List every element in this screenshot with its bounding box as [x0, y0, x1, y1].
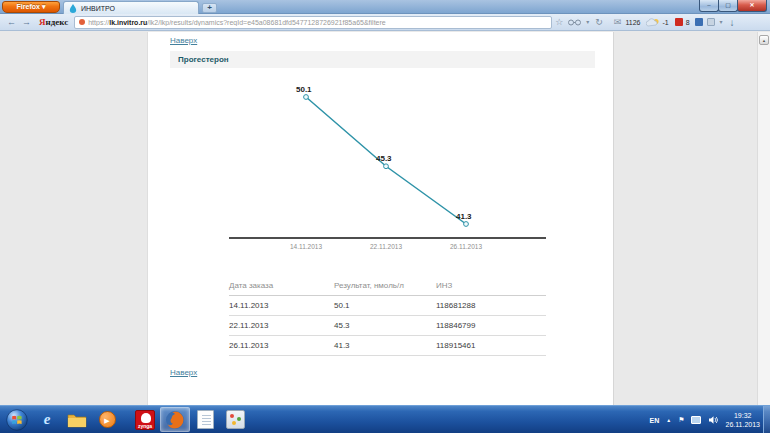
graysquare-extension-icon[interactable] [707, 18, 715, 26]
traffic-badge-count[interactable]: 8 [686, 19, 690, 26]
chart-area: 50.114.11.201345.322.11.201341.326.11.20… [208, 77, 558, 263]
data-point-label: 41.3 [456, 212, 472, 221]
table-row: 26.11.201341.3118915461 [229, 335, 546, 355]
table-cell: 50.1 [334, 295, 436, 315]
firefox-icon [165, 410, 185, 430]
tab-title: ИНВИТРО [81, 5, 115, 12]
results-table: Дата заказаРезультат, нмоль/лИНЗ 14.11.2… [229, 277, 546, 356]
browser-titlebar: Firefox ▾ ИНВИТРО + – ▢ ✕ [0, 0, 770, 14]
x-axis-tick-label: 22.11.2013 [370, 243, 402, 250]
table-cell: 118915461 [436, 335, 546, 355]
url-text: https://lk.invitro.ru/lk2/lkp/results/dy… [88, 19, 386, 26]
data-point-marker [464, 222, 469, 227]
hidden-icons-arrow-icon[interactable]: ▲ [666, 417, 671, 423]
site-favicon-icon [79, 19, 85, 25]
action-center-flag-icon[interactable]: ⚑ [678, 416, 684, 424]
minimize-button[interactable]: – [699, 0, 719, 12]
browser-viewport: Наверх Прогестерон 50.114.11.201345.322.… [0, 32, 770, 405]
window-controls: – ▢ ✕ [700, 0, 767, 12]
show-desktop-button[interactable] [763, 406, 770, 433]
table-header-cell: Результат, нмоль/л [334, 277, 436, 295]
browser-navbar: ← → Яндекс https://lk.invitro.ru/lk2/lkp… [0, 14, 770, 31]
table-cell: 26.11.2013 [229, 335, 334, 355]
section-header: Прогестерон [170, 51, 595, 68]
results-table-body: 14.11.201350.111868128822.11.201345.3118… [229, 295, 546, 355]
vertical-scrollbar[interactable]: ▲ [757, 32, 770, 405]
table-cell: 14.11.2013 [229, 295, 334, 315]
download-icon[interactable]: ↓ [730, 17, 735, 28]
table-row: 22.11.201345.3118846799 [229, 315, 546, 335]
weather-cloud-icon[interactable] [646, 18, 660, 27]
data-point-marker [304, 95, 309, 100]
chevron-down-icon: ▾ [42, 3, 46, 10]
back-icon[interactable]: ← [7, 16, 16, 28]
extension-caret-icon[interactable]: ▾ [720, 16, 723, 29]
network-monitor-icon[interactable] [691, 416, 701, 424]
invitro-drop-icon [69, 4, 77, 13]
mail-counter[interactable]: 1126 [625, 19, 640, 26]
journal-icon [197, 410, 214, 429]
section-title: Прогестерон [178, 55, 229, 64]
x-axis-tick-label: 26.11.2013 [450, 243, 482, 250]
taskbar-item-paint[interactable] [220, 407, 250, 432]
x-axis-tick-label: 14.11.2013 [290, 243, 322, 250]
data-point-label: 50.1 [296, 85, 312, 94]
tab-invitro[interactable]: ИНВИТРО [63, 1, 199, 14]
zynga-icon: zynga [135, 410, 155, 430]
taskbar-icons: e ▶ zynga [2, 407, 250, 432]
desktop-screen: Firefox ▾ ИНВИТРО + – ▢ ✕ ← → Яндекс htt… [0, 0, 770, 433]
media-player-icon: ▶ [99, 411, 116, 428]
firefox-menu-button[interactable]: Firefox ▾ [2, 1, 60, 13]
close-button[interactable]: ✕ [737, 0, 767, 12]
table-cell: 118681288 [436, 295, 546, 315]
data-point-label: 45.3 [376, 154, 392, 163]
clock-date: 26.11.2013 [725, 420, 760, 429]
back-to-top-link-bottom[interactable]: Наверх [170, 368, 197, 377]
ie-icon: e [44, 411, 51, 428]
new-tab-button[interactable]: + [202, 3, 217, 13]
refresh-icon[interactable]: ↻ [595, 16, 603, 29]
table-header-cell: Дата заказа [229, 277, 334, 295]
taskbar-item-zynga[interactable]: zynga [130, 407, 160, 432]
folder-icon [67, 412, 87, 428]
forward-icon[interactable]: → [22, 16, 31, 28]
dropdown-caret-icon[interactable]: ▾ [586, 16, 589, 29]
start-button[interactable] [2, 407, 32, 432]
paint-icon [226, 410, 245, 429]
table-cell: 45.3 [334, 315, 436, 335]
bluesquare-extension-icon[interactable] [695, 18, 703, 26]
firefox-menu-label: Firefox [17, 3, 40, 10]
data-point-marker [384, 164, 389, 169]
table-cell: 118846799 [436, 315, 546, 335]
table-cell: 41.3 [334, 335, 436, 355]
scroll-up-icon[interactable]: ▲ [759, 35, 769, 45]
table-cell: 22.11.2013 [229, 315, 334, 335]
back-to-top-link[interactable]: Наверх [170, 36, 197, 45]
results-table-head-row: Дата заказаРезультат, нмоль/лИНЗ [229, 277, 546, 295]
windows-orb-icon [6, 409, 28, 431]
yandex-badge-icon[interactable] [675, 18, 683, 26]
system-tray: EN ▲ ⚑ 19:32 26.11.2013 [643, 406, 760, 433]
progesterone-chart: 50.114.11.201345.322.11.201341.326.11.20… [208, 77, 558, 259]
taskbar-clock[interactable]: 19:32 26.11.2013 [725, 411, 760, 429]
taskbar-item-firefox-active[interactable] [160, 407, 190, 432]
language-indicator[interactable]: EN [650, 417, 660, 424]
speaker-icon[interactable] [708, 415, 718, 425]
maximize-button[interactable]: ▢ [718, 0, 738, 12]
bookmark-star-icon[interactable]: ☆ [555, 16, 563, 29]
clock-time: 19:32 [725, 411, 760, 420]
windows-taskbar: e ▶ zynga [0, 405, 770, 433]
weather-temp[interactable]: -1 [662, 19, 668, 26]
address-bar[interactable]: https://lk.invitro.ru/lk2/lkp/results/dy… [74, 16, 552, 29]
taskbar-item-ie[interactable]: e [32, 407, 62, 432]
glasses-icon[interactable] [568, 19, 581, 26]
taskbar-item-player[interactable]: ▶ [92, 407, 122, 432]
zynga-label: zynga [136, 423, 154, 429]
taskbar-item-journal[interactable] [190, 407, 220, 432]
table-row: 14.11.201350.1118681288 [229, 295, 546, 315]
page-content: Наверх Прогестерон 50.114.11.201345.322.… [147, 32, 614, 405]
taskbar-item-explorer[interactable] [62, 407, 92, 432]
table-header-cell: ИНЗ [436, 277, 546, 295]
mail-icon[interactable]: ✉ [614, 16, 622, 29]
yandex-logo[interactable]: Яндекс [39, 17, 68, 27]
